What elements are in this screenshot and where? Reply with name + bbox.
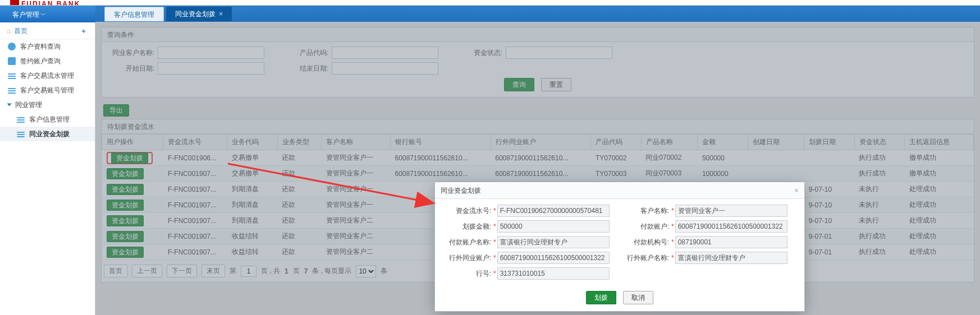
- pay-name-label: 付款账户名称:: [442, 238, 493, 247]
- sidebar-icon: [17, 117, 25, 118]
- content: 查询条件 同业客户名称: 产品代码: 资金状态: 开始日期: 结束日期: 查询 …: [95, 22, 980, 315]
- cust-label: 客户名称:: [620, 206, 671, 216]
- transfer-dialog: 同业资金划拨 × 资金流水号:* 客户名称:* 划拨金额:* 付款账户:* 付款…: [434, 182, 805, 312]
- out-name-input[interactable]: [675, 252, 787, 264]
- tab-1[interactable]: 同业资金划拨×: [166, 7, 232, 21]
- sidebar-icon: [8, 73, 16, 75]
- sidebar-icon: [17, 132, 25, 133]
- chevron-down-icon: ﹀: [40, 12, 46, 18]
- bank-no-label: 行号:: [442, 269, 493, 279]
- sidebar-item-5[interactable]: 客户信息管理: [0, 112, 95, 127]
- amount-input[interactable]: [497, 220, 610, 233]
- caret-down-icon: [7, 104, 12, 106]
- transfer-cancel-button[interactable]: 取消: [623, 291, 653, 304]
- out-acct-label: 行外同业账户:: [442, 253, 493, 263]
- sidebar-item-label: 同业资金划拨: [29, 127, 70, 141]
- pay-acct-input[interactable]: [675, 220, 787, 233]
- dialog-title: 同业资金划拨: [441, 182, 481, 198]
- tab-0[interactable]: 客户信息管理: [104, 7, 164, 21]
- sidebar-icon: [8, 43, 16, 50]
- cust-input[interactable]: [675, 205, 787, 217]
- top-bar: 客户管理﹀ 客户信息管理同业资金划拨×: [0, 6, 980, 22]
- tabs: 客户信息管理同业资金划拨×: [95, 6, 980, 22]
- sidebar-item-6[interactable]: 同业资金划拨: [0, 127, 95, 141]
- bank-no-input[interactable]: [497, 267, 610, 280]
- sidebar-icon: [8, 57, 16, 65]
- logo-mark-icon: [10, 0, 19, 6]
- sidebar-icon: [8, 88, 16, 89]
- close-tab-icon[interactable]: ×: [219, 10, 223, 18]
- amount-label: 划拨金额:: [442, 222, 493, 231]
- close-icon[interactable]: ×: [794, 182, 799, 198]
- sidebar-item-label: 客户信息管理: [29, 112, 70, 127]
- pay-acct-label: 付款账户:: [620, 222, 671, 231]
- pay-org-input[interactable]: [675, 236, 787, 248]
- out-name-label: 行外账户名称:: [620, 253, 671, 263]
- sidebar-item-0[interactable]: 客户资料查询: [0, 39, 95, 54]
- logo-text: FUDIAN BANK: [21, 0, 80, 6]
- pay-org-label: 付款机构号:: [620, 238, 671, 247]
- sidebar-item-label: 客户资料查询: [20, 39, 61, 54]
- transfer-ok-button[interactable]: 划拨: [586, 291, 616, 304]
- expand-icon[interactable]: ＋: [80, 22, 87, 39]
- flow-no-input[interactable]: [497, 205, 610, 217]
- sidebar-item-label: 客户交易账号管理: [20, 83, 74, 98]
- flow-no-label: 资金流水号:: [442, 206, 493, 216]
- sidebar-item-3[interactable]: 客户交易账号管理: [0, 83, 95, 98]
- logo-bar: FUDIAN BANK: [0, 0, 980, 6]
- module-dropdown[interactable]: 客户管理﹀: [0, 6, 95, 22]
- sidebar: ⌂ 首页 ＋ 客户资料查询签约账户查询客户交易流水管理客户交易账号管理同业管理客…: [0, 22, 95, 315]
- home-icon: ⌂: [7, 22, 11, 39]
- sidebar-home[interactable]: ⌂ 首页 ＋: [0, 22, 95, 39]
- sidebar-item-label: 客户交易流水管理: [20, 68, 74, 83]
- out-acct-input[interactable]: [497, 252, 610, 264]
- sidebar-item-1[interactable]: 签约账户查询: [0, 54, 95, 68]
- sidebar-item-2[interactable]: 客户交易流水管理: [0, 68, 95, 83]
- sidebar-item-label: 同业管理: [15, 98, 42, 112]
- pay-name-input[interactable]: [497, 236, 610, 248]
- sidebar-item-label: 签约账户查询: [20, 54, 61, 68]
- sidebar-item-4[interactable]: 同业管理: [0, 98, 95, 112]
